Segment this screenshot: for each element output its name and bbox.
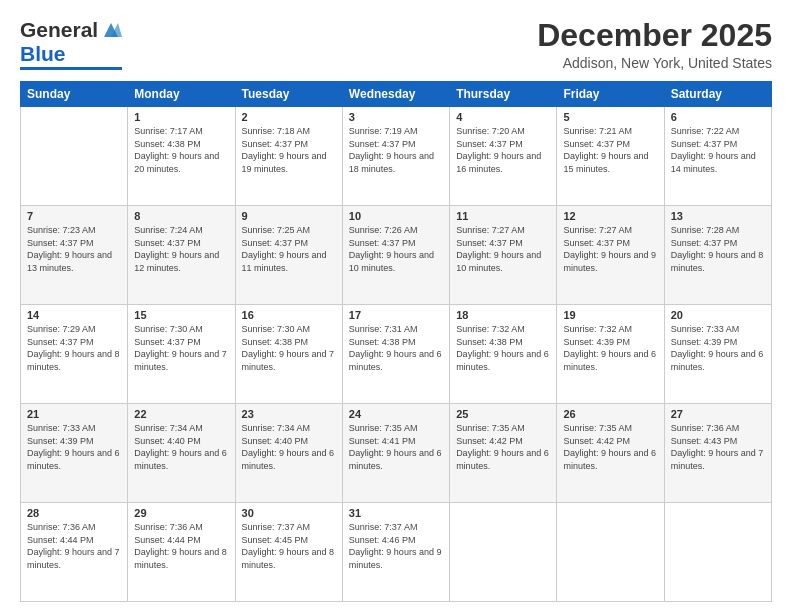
day-number: 1 [134,111,228,123]
day-number: 12 [563,210,657,222]
calendar-cell: 26Sunrise: 7:35 AM Sunset: 4:42 PM Dayli… [557,404,664,503]
calendar-cell: 13Sunrise: 7:28 AM Sunset: 4:37 PM Dayli… [664,206,771,305]
calendar-cell: 19Sunrise: 7:32 AM Sunset: 4:39 PM Dayli… [557,305,664,404]
calendar-cell: 31Sunrise: 7:37 AM Sunset: 4:46 PM Dayli… [342,503,449,602]
col-sunday: Sunday [21,82,128,107]
day-info: Sunrise: 7:20 AM Sunset: 4:37 PM Dayligh… [456,125,550,175]
day-number: 15 [134,309,228,321]
day-info: Sunrise: 7:19 AM Sunset: 4:37 PM Dayligh… [349,125,443,175]
day-info: Sunrise: 7:35 AM Sunset: 4:42 PM Dayligh… [563,422,657,472]
day-number: 28 [27,507,121,519]
day-info: Sunrise: 7:25 AM Sunset: 4:37 PM Dayligh… [242,224,336,274]
calendar-cell [557,503,664,602]
col-monday: Monday [128,82,235,107]
month-title: December 2025 [537,18,772,53]
day-number: 2 [242,111,336,123]
calendar-cell: 5Sunrise: 7:21 AM Sunset: 4:37 PM Daylig… [557,107,664,206]
day-info: Sunrise: 7:32 AM Sunset: 4:39 PM Dayligh… [563,323,657,373]
day-number: 10 [349,210,443,222]
calendar-cell: 25Sunrise: 7:35 AM Sunset: 4:42 PM Dayli… [450,404,557,503]
calendar-cell: 27Sunrise: 7:36 AM Sunset: 4:43 PM Dayli… [664,404,771,503]
day-number: 20 [671,309,765,321]
calendar-cell: 21Sunrise: 7:33 AM Sunset: 4:39 PM Dayli… [21,404,128,503]
day-number: 17 [349,309,443,321]
day-number: 18 [456,309,550,321]
day-info: Sunrise: 7:18 AM Sunset: 4:37 PM Dayligh… [242,125,336,175]
calendar-cell: 3Sunrise: 7:19 AM Sunset: 4:37 PM Daylig… [342,107,449,206]
day-number: 9 [242,210,336,222]
day-number: 19 [563,309,657,321]
calendar-cell: 18Sunrise: 7:32 AM Sunset: 4:38 PM Dayli… [450,305,557,404]
calendar-cell: 14Sunrise: 7:29 AM Sunset: 4:37 PM Dayli… [21,305,128,404]
day-number: 22 [134,408,228,420]
day-info: Sunrise: 7:34 AM Sunset: 4:40 PM Dayligh… [134,422,228,472]
calendar-cell: 9Sunrise: 7:25 AM Sunset: 4:37 PM Daylig… [235,206,342,305]
calendar-cell: 29Sunrise: 7:36 AM Sunset: 4:44 PM Dayli… [128,503,235,602]
calendar-week-2: 7Sunrise: 7:23 AM Sunset: 4:37 PM Daylig… [21,206,772,305]
calendar-cell: 6Sunrise: 7:22 AM Sunset: 4:37 PM Daylig… [664,107,771,206]
location: Addison, New York, United States [537,55,772,71]
day-number: 29 [134,507,228,519]
calendar-week-3: 14Sunrise: 7:29 AM Sunset: 4:37 PM Dayli… [21,305,772,404]
calendar-cell: 12Sunrise: 7:27 AM Sunset: 4:37 PM Dayli… [557,206,664,305]
calendar-cell: 2Sunrise: 7:18 AM Sunset: 4:37 PM Daylig… [235,107,342,206]
title-area: December 2025 Addison, New York, United … [537,18,772,71]
calendar-cell: 16Sunrise: 7:30 AM Sunset: 4:38 PM Dayli… [235,305,342,404]
calendar-cell [450,503,557,602]
day-number: 23 [242,408,336,420]
calendar-week-1: 1Sunrise: 7:17 AM Sunset: 4:38 PM Daylig… [21,107,772,206]
calendar-cell: 20Sunrise: 7:33 AM Sunset: 4:39 PM Dayli… [664,305,771,404]
calendar-cell: 17Sunrise: 7:31 AM Sunset: 4:38 PM Dayli… [342,305,449,404]
calendar-cell: 1Sunrise: 7:17 AM Sunset: 4:38 PM Daylig… [128,107,235,206]
calendar-week-5: 28Sunrise: 7:36 AM Sunset: 4:44 PM Dayli… [21,503,772,602]
calendar: Sunday Monday Tuesday Wednesday Thursday… [20,81,772,602]
calendar-cell [21,107,128,206]
day-number: 4 [456,111,550,123]
day-info: Sunrise: 7:33 AM Sunset: 4:39 PM Dayligh… [671,323,765,373]
calendar-cell: 24Sunrise: 7:35 AM Sunset: 4:41 PM Dayli… [342,404,449,503]
day-info: Sunrise: 7:17 AM Sunset: 4:38 PM Dayligh… [134,125,228,175]
day-number: 30 [242,507,336,519]
day-number: 6 [671,111,765,123]
day-info: Sunrise: 7:27 AM Sunset: 4:37 PM Dayligh… [456,224,550,274]
day-number: 26 [563,408,657,420]
calendar-cell: 28Sunrise: 7:36 AM Sunset: 4:44 PM Dayli… [21,503,128,602]
col-friday: Friday [557,82,664,107]
day-info: Sunrise: 7:32 AM Sunset: 4:38 PM Dayligh… [456,323,550,373]
day-number: 13 [671,210,765,222]
day-info: Sunrise: 7:36 AM Sunset: 4:44 PM Dayligh… [27,521,121,571]
col-wednesday: Wednesday [342,82,449,107]
day-info: Sunrise: 7:35 AM Sunset: 4:42 PM Dayligh… [456,422,550,472]
day-info: Sunrise: 7:33 AM Sunset: 4:39 PM Dayligh… [27,422,121,472]
day-info: Sunrise: 7:36 AM Sunset: 4:43 PM Dayligh… [671,422,765,472]
logo-icon [100,19,122,41]
day-info: Sunrise: 7:24 AM Sunset: 4:37 PM Dayligh… [134,224,228,274]
day-number: 7 [27,210,121,222]
calendar-header-row: Sunday Monday Tuesday Wednesday Thursday… [21,82,772,107]
calendar-cell: 30Sunrise: 7:37 AM Sunset: 4:45 PM Dayli… [235,503,342,602]
logo-general: General [20,18,98,42]
day-number: 31 [349,507,443,519]
day-info: Sunrise: 7:22 AM Sunset: 4:37 PM Dayligh… [671,125,765,175]
day-info: Sunrise: 7:23 AM Sunset: 4:37 PM Dayligh… [27,224,121,274]
day-info: Sunrise: 7:31 AM Sunset: 4:38 PM Dayligh… [349,323,443,373]
day-number: 3 [349,111,443,123]
logo: General Blue [20,18,122,70]
day-number: 8 [134,210,228,222]
day-info: Sunrise: 7:37 AM Sunset: 4:46 PM Dayligh… [349,521,443,571]
day-info: Sunrise: 7:36 AM Sunset: 4:44 PM Dayligh… [134,521,228,571]
day-info: Sunrise: 7:37 AM Sunset: 4:45 PM Dayligh… [242,521,336,571]
col-saturday: Saturday [664,82,771,107]
col-thursday: Thursday [450,82,557,107]
day-number: 14 [27,309,121,321]
day-number: 11 [456,210,550,222]
header: General Blue December 2025 Addison, New … [20,18,772,71]
day-info: Sunrise: 7:26 AM Sunset: 4:37 PM Dayligh… [349,224,443,274]
calendar-week-4: 21Sunrise: 7:33 AM Sunset: 4:39 PM Dayli… [21,404,772,503]
page: General Blue December 2025 Addison, New … [0,0,792,612]
day-info: Sunrise: 7:30 AM Sunset: 4:37 PM Dayligh… [134,323,228,373]
logo-underline [20,67,122,70]
day-number: 27 [671,408,765,420]
day-info: Sunrise: 7:30 AM Sunset: 4:38 PM Dayligh… [242,323,336,373]
logo-blue: Blue [20,42,66,66]
